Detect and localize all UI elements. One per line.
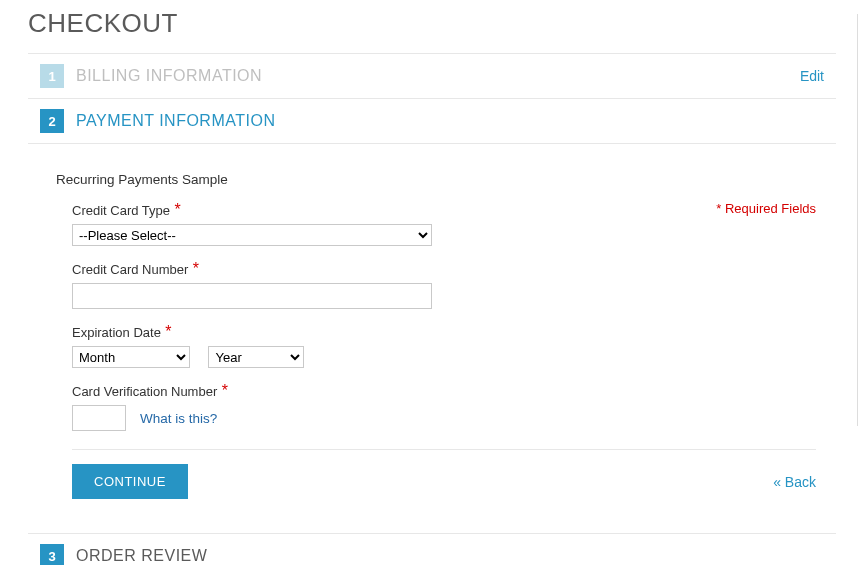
cvv-group: Card Verification Number * What is this?: [72, 382, 816, 431]
cvv-what-is-this-link[interactable]: What is this?: [140, 411, 217, 426]
exp-date-label: Expiration Date: [72, 325, 161, 340]
step-title-review: ORDER REVIEW: [76, 547, 207, 565]
recurring-section-title: Recurring Payments Sample: [56, 172, 816, 187]
exp-year-select[interactable]: Year: [208, 346, 304, 368]
step-title-billing: BILLING INFORMATION: [76, 67, 262, 85]
continue-button[interactable]: CONTINUE: [72, 464, 188, 499]
step-number-3: 3: [40, 544, 64, 565]
step-review-header[interactable]: 3 ORDER REVIEW: [28, 533, 836, 565]
cc-number-label: Credit Card Number: [72, 262, 188, 277]
cvv-input[interactable]: [72, 405, 126, 431]
step-number-2: 2: [40, 109, 64, 133]
page-title: CHECKOUT: [28, 8, 836, 39]
step-payment-header: 2 PAYMENT INFORMATION: [28, 98, 836, 143]
panel-actions: CONTINUE « Back: [72, 449, 816, 523]
required-star: *: [174, 201, 180, 218]
required-star: *: [193, 260, 199, 277]
step-billing-header[interactable]: 1 BILLING INFORMATION Edit: [28, 53, 836, 98]
cc-type-select[interactable]: --Please Select--: [72, 224, 432, 246]
payment-panel: Recurring Payments Sample * Required Fie…: [28, 143, 836, 533]
step-title-payment: PAYMENT INFORMATION: [76, 112, 275, 130]
exp-month-select[interactable]: Month: [72, 346, 190, 368]
cc-type-label: Credit Card Type: [72, 203, 170, 218]
required-star: *: [222, 382, 228, 399]
back-link[interactable]: « Back: [773, 474, 816, 490]
step-number-1: 1: [40, 64, 64, 88]
exp-date-group: Expiration Date * Month Year: [72, 323, 816, 368]
edit-billing-link[interactable]: Edit: [800, 68, 824, 84]
required-fields-note: * Required Fields: [716, 201, 816, 216]
cc-number-input[interactable]: [72, 283, 432, 309]
payment-form: * Required Fields Credit Card Type * --P…: [56, 201, 816, 431]
cvv-label: Card Verification Number: [72, 384, 217, 399]
right-edge-line: [857, 14, 858, 426]
cc-type-group: Credit Card Type * --Please Select--: [72, 201, 816, 246]
cc-number-group: Credit Card Number *: [72, 260, 816, 309]
required-star: *: [165, 323, 171, 340]
